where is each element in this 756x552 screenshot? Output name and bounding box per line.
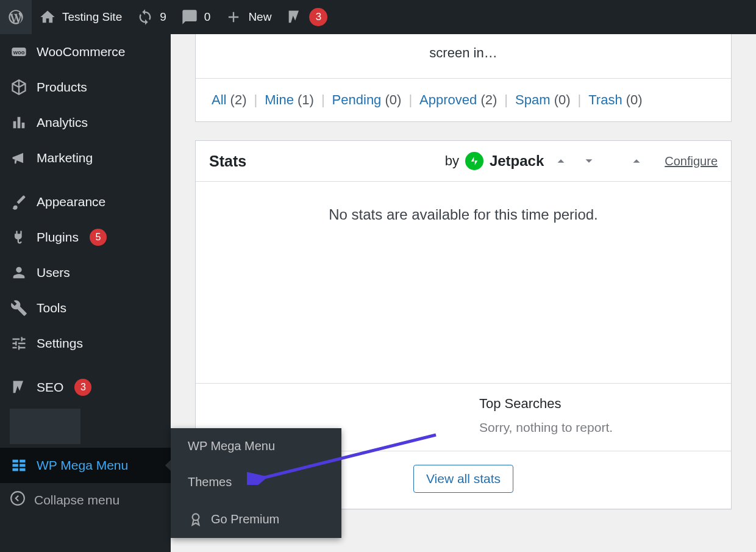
sidebar-item-products[interactable]: Products (0, 70, 171, 105)
collapse-label: Collapse menu (34, 493, 119, 507)
sidebar-item-label: Plugins (37, 230, 79, 245)
flyout-item-label: Themes (188, 475, 232, 489)
wp-logo[interactable] (0, 0, 32, 34)
svg-rect-7 (20, 468, 25, 471)
sidebar-item-label: Analytics (37, 115, 88, 130)
sidebar-item-label: Marketing (37, 151, 93, 165)
stats-body: No stats are available for this time per… (196, 182, 731, 383)
sidebar-item-label: Appearance (37, 195, 105, 209)
stats-panel-header: Stats by Jetpack Configure (196, 141, 731, 182)
svg-rect-3 (20, 460, 25, 463)
stats-empty-message: No stats are available for this time per… (212, 200, 715, 223)
flyout-item-label: WP Mega Menu (188, 439, 275, 453)
sidebar-item-analytics[interactable]: Analytics (0, 105, 171, 140)
flyout-item-label: Go Premium (211, 512, 279, 526)
box-icon (10, 78, 28, 96)
filter-trash[interactable]: Trash (588, 92, 622, 107)
filter-trash-count: (0) (626, 92, 643, 107)
view-all-stats-button[interactable]: View all stats (413, 465, 513, 493)
sidebar-item-label: SEO (37, 380, 63, 395)
chart-icon (10, 113, 28, 132)
jetpack-name: Jetpack (490, 152, 544, 170)
wrench-icon (10, 299, 28, 317)
brush-icon (10, 193, 28, 211)
move-down-button[interactable] (580, 152, 597, 170)
filter-approved-count: (2) (480, 92, 497, 107)
sidebar-item-label: Products (37, 80, 87, 95)
svg-rect-4 (13, 464, 18, 467)
sidebar-item-appearance[interactable]: Appearance (0, 184, 171, 220)
filter-spam[interactable]: Spam (515, 92, 550, 107)
svg-rect-6 (13, 468, 18, 471)
sidebar-item-label: WP Mega Menu (37, 458, 128, 473)
comment-icon (181, 9, 198, 26)
comment-filters: All (2) | Mine (1) | Pending (0) | Appro… (196, 78, 731, 121)
sidebar-item-label: Settings (37, 336, 83, 351)
sidebar-item-marketing[interactable]: Marketing (0, 140, 171, 176)
yoast-icon (286, 9, 303, 26)
update-icon (137, 9, 154, 26)
sidebar-item-users[interactable]: Users (0, 255, 171, 290)
configure-link[interactable]: Configure (665, 154, 718, 168)
updates-count: 9 (160, 10, 166, 24)
svg-text:woo: woo (13, 49, 25, 56)
top-searches-msg: Sorry, nothing to report. (479, 420, 715, 435)
sidebar-item-settings[interactable]: Settings (0, 326, 171, 361)
sliders-icon (10, 334, 28, 353)
collapse-icon (10, 490, 26, 509)
sidebar-item-wp-mega-menu[interactable]: WP Mega Menu (0, 448, 171, 483)
flyout-item-wp-mega-menu[interactable]: WP Mega Menu (171, 428, 341, 464)
flyout-item-themes[interactable]: Themes (171, 464, 341, 500)
activity-truncated-text: screen in… (196, 34, 731, 78)
top-searches-title: Top Searches (479, 396, 715, 412)
site-name-label: Testing Site (62, 10, 122, 24)
sidebar-item-tools[interactable]: Tools (0, 290, 171, 326)
svg-point-9 (193, 514, 199, 520)
svg-point-8 (11, 492, 24, 505)
collapse-menu[interactable]: Collapse menu (0, 483, 171, 517)
award-icon (188, 511, 204, 527)
admin-bar: Testing Site 9 0 New 3 (0, 0, 756, 34)
filter-mine[interactable]: Mine (265, 92, 294, 107)
sidebar-item-seo[interactable]: SEO 3 (0, 370, 171, 405)
comments-count: 0 (204, 10, 211, 24)
move-up-button[interactable] (552, 152, 569, 170)
filter-mine-count: (1) (298, 92, 314, 107)
user-icon (10, 263, 28, 282)
admin-sidebar: woo WooCommerce Products Analytics Marke… (0, 34, 171, 552)
flyout-item-go-premium[interactable]: Go Premium (171, 500, 341, 538)
sidebar-item-woocommerce[interactable]: woo WooCommerce (0, 34, 171, 70)
toggle-panel-button[interactable] (628, 152, 645, 170)
sidebar-item-plugins[interactable]: Plugins 5 (0, 220, 171, 255)
stats-title: Stats (209, 152, 246, 170)
yoast-seo[interactable]: 3 (279, 0, 335, 34)
sidebar-item-label: Tools (37, 301, 66, 315)
wp-mega-menu-flyout: WP Mega Menu Themes Go Premium (171, 428, 341, 538)
activity-panel: screen in… All (2) | Mine (1) | Pending … (195, 34, 732, 122)
comments[interactable]: 0 (174, 0, 218, 34)
wordpress-icon (7, 9, 24, 26)
megaphone-icon (10, 149, 28, 167)
plug-icon (10, 228, 28, 246)
stats-col-top-searches: Top Searches Sorry, nothing to report. (463, 384, 731, 451)
yoast-icon (10, 378, 28, 396)
yoast-badge: 3 (309, 8, 327, 26)
new-content[interactable]: New (218, 0, 279, 34)
seo-badge: 3 (74, 379, 91, 396)
filter-spam-count: (0) (554, 92, 571, 107)
filter-all[interactable]: All (212, 92, 226, 107)
sidebar-item-label: WooCommerce (37, 45, 125, 59)
filter-pending-count: (0) (385, 92, 401, 107)
plus-icon (225, 9, 242, 26)
jetpack-icon (465, 152, 483, 170)
plugins-badge: 5 (90, 229, 107, 246)
filter-pending[interactable]: Pending (332, 92, 382, 107)
sidebar-placeholder (10, 409, 80, 444)
by-label: by (445, 153, 459, 169)
by-jetpack: by Jetpack (445, 152, 544, 170)
filter-approved[interactable]: Approved (419, 92, 477, 107)
updates[interactable]: 9 (129, 0, 174, 34)
site-name[interactable]: Testing Site (32, 0, 129, 34)
filter-all-count: (2) (230, 92, 247, 107)
mega-menu-icon (10, 456, 28, 475)
